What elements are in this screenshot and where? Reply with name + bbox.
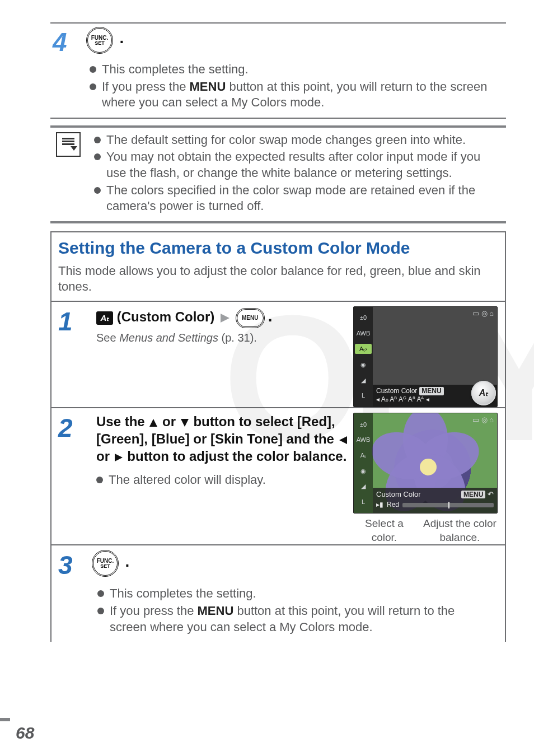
step-3-number: 3 [58, 552, 92, 578]
note-list: The default setting for color swap mode … [94, 132, 500, 216]
menu-word: MENU [190, 80, 226, 94]
note-item: The colors specified in the color swap m… [94, 183, 500, 214]
shot-sidebar: ±0 AWB Aₜ ◉ ◢ L [354, 413, 373, 513]
text: This completes the setting. [110, 586, 256, 600]
func-set-icon: FUNC. SET [86, 27, 113, 54]
step-4-number: 4 [53, 29, 86, 55]
custom-color-label: (Custom Color) [113, 309, 214, 324]
section-title: Setting the Camera to a Custom Color Mod… [58, 237, 498, 259]
step-3-action: FUNC. SET . [92, 550, 133, 577]
manual-page: OPY 4 FUNC. SET . This completes the set… [0, 0, 534, 756]
shot-top-icons: ▭ ◎ ⌂ [472, 416, 494, 425]
text: This completes the setting. [102, 62, 249, 76]
step-1-heading: Aₜ (Custom Color) MENU. [96, 306, 348, 328]
step-1-screenshot: ±0 AWB Aₜ› ◉ ◢ L ▭ ◎ ⌂ Custom Color MENU… [353, 306, 498, 407]
caption-adjust: Adjust the color balance. [423, 517, 497, 544]
custom-color-icon: Aₜ [96, 311, 113, 325]
magnifier-badge: Aₜ [471, 381, 496, 405]
step-2-number: 2 [58, 415, 92, 441]
shot-slider-row: ▸▮Red [376, 501, 494, 510]
menu-button-icon: MENU [236, 308, 265, 328]
bullet-item: The altered color will display. [96, 472, 343, 488]
arrow-left-icon [339, 436, 347, 444]
step-4-header: 4 FUNC. SET . [50, 24, 506, 58]
set-label: SET [100, 564, 110, 569]
period: . [116, 29, 128, 46]
page-number: 68 [16, 722, 34, 744]
bullet-item: This completes the setting. [90, 62, 500, 78]
slider-bar [402, 503, 494, 507]
step-1-row: 1 Aₜ (Custom Color) MENU. See Menus and … [58, 302, 498, 407]
arrow-right-icon [115, 454, 123, 461]
shot-bottom-bar: Custom ColorMENU ↶ ▸▮Red [373, 488, 497, 512]
text-pre: If you press the [110, 604, 198, 618]
step-1-reference: See Menus and Settings (p. 31). [96, 330, 348, 345]
func-set-icon: FUNC. SET [92, 550, 119, 577]
section-custom-color: Setting the Camera to a Custom Color Mod… [50, 231, 506, 642]
slider-label: Red [387, 501, 399, 510]
ref-title: Menus and Settings [119, 332, 218, 344]
step-2-captions: Select a color. Adjust the color balance… [354, 517, 497, 544]
shot-top-icons: ▭ ◎ ⌂ [472, 309, 494, 319]
step-1-body: Aₜ (Custom Color) MENU. See Menus and Se… [96, 306, 348, 345]
menu-tag: MENU [419, 387, 443, 395]
step-2-bullets: The altered color will display. [96, 469, 348, 495]
func-label: FUNC. [91, 35, 109, 41]
step-4-box: 4 FUNC. SET . This completes the setting… [50, 22, 506, 119]
caption-select: Select a color. [354, 517, 415, 544]
step-4-bullets: This completes the setting. If you press… [50, 58, 506, 118]
step-1-screenshot-wrap: ±0 AWB Aₜ› ◉ ◢ L ▭ ◎ ⌂ Custom Color MENU… [353, 306, 498, 407]
side-tab [0, 718, 10, 721]
period: . [122, 553, 133, 570]
menu-tag: MENU [461, 491, 485, 498]
shot-label-row: Custom ColorMENU ↶ [376, 490, 494, 500]
step-2-screenshot: ±0 AWB Aₜ ◉ ◢ L ▭ ◎ ⌂ Custom ColorMENU ↶… [353, 413, 498, 514]
step-2-body: Use the or button to select [Red], [Gree… [96, 413, 348, 494]
step-2-row: 2 Use the or button to select [Red], [Gr… [58, 408, 498, 544]
step-2-screenshot-wrap: ±0 AWB Aₜ ◉ ◢ L ▭ ◎ ⌂ Custom ColorMENU ↶… [353, 413, 498, 544]
text-pre: If you press the [102, 80, 190, 94]
step-1-number: 1 [58, 309, 92, 334]
menu-word: MENU [198, 604, 234, 618]
step-3-row: 3 FUNC. SET . This completes the setting… [58, 545, 498, 642]
shot-sidebar: ±0 AWB Aₜ› ◉ ◢ L [354, 307, 373, 407]
section-intro: This mode allows you to adjust the color… [58, 263, 498, 295]
bullet-item: If you press the MENU button at this poi… [90, 79, 500, 111]
bullet-item: If you press the MENU button at this poi… [97, 603, 493, 635]
arrow-down-icon [181, 419, 189, 427]
step-4-action: FUNC. SET . [86, 27, 127, 54]
note-item: You may not obtain the expected results … [94, 149, 500, 181]
bullet-item: This completes the setting. [97, 586, 493, 602]
arrow-right-icon [221, 314, 229, 323]
note-item: The default setting for color swap mode … [94, 132, 500, 148]
set-label: SET [95, 41, 105, 46]
note-icon [56, 132, 81, 157]
note-block: The default setting for color swap mode … [50, 125, 506, 223]
arrow-up-icon [149, 419, 157, 427]
step-2-heading: Use the or button to select [Red], [Gree… [96, 413, 348, 465]
period: . [265, 307, 276, 325]
step-3-bullets: This completes the setting. If you press… [58, 582, 498, 642]
